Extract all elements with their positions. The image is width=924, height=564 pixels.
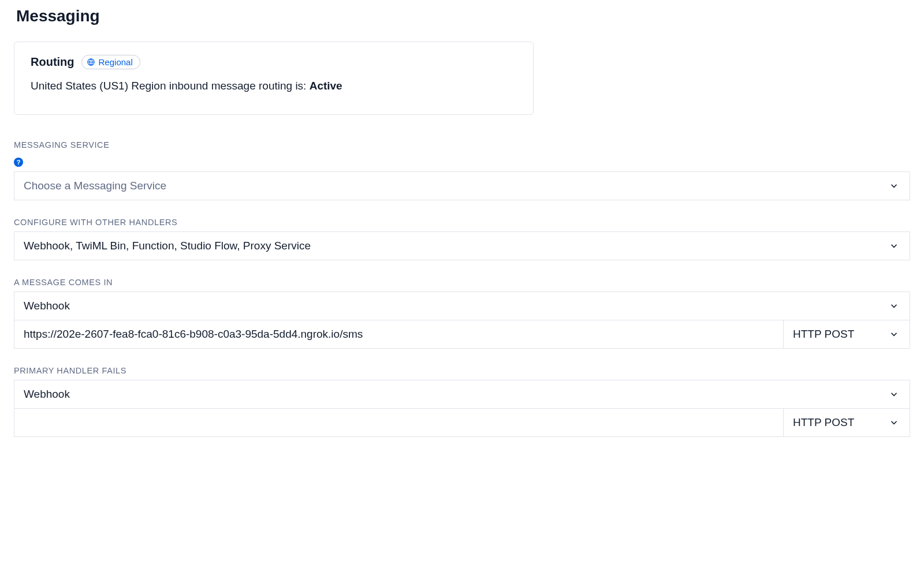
- primary-handler-fails-type-text: Webhook: [24, 388, 70, 401]
- chevron-down-icon: [889, 241, 899, 251]
- chevron-down-icon: [889, 181, 899, 191]
- messaging-service-group: MESSAGING SERVICE ? Choose a Messaging S…: [14, 140, 910, 200]
- primary-handler-fails-label: PRIMARY HANDLER FAILS: [14, 366, 910, 375]
- chevron-down-icon: [889, 389, 899, 399]
- configure-handlers-select[interactable]: Webhook, TwiML Bin, Function, Studio Flo…: [14, 231, 910, 260]
- messaging-service-label: MESSAGING SERVICE: [14, 140, 910, 150]
- help-icon[interactable]: ?: [14, 158, 23, 167]
- routing-card: Routing Regional United States (US1) Reg…: [14, 42, 534, 115]
- routing-header: Routing Regional: [31, 55, 517, 69]
- configure-handlers-label: CONFIGURE WITH OTHER HANDLERS: [14, 218, 910, 227]
- message-comes-in-url-input[interactable]: [14, 320, 783, 349]
- message-comes-in-group: A MESSAGE COMES IN Webhook HTTP POST: [14, 278, 910, 349]
- message-comes-in-method-select[interactable]: HTTP POST: [783, 320, 910, 349]
- routing-status-value: Active: [310, 80, 342, 92]
- message-comes-in-type-select[interactable]: Webhook: [14, 292, 910, 320]
- configure-handlers-select-text: Webhook, TwiML Bin, Function, Studio Flo…: [24, 240, 311, 252]
- messaging-service-select[interactable]: Choose a Messaging Service: [14, 171, 910, 200]
- primary-handler-fails-method-text: HTTP POST: [793, 416, 854, 429]
- routing-status-prefix: United States (US1) Region inbound messa…: [31, 80, 310, 92]
- messaging-service-select-text: Choose a Messaging Service: [24, 180, 166, 192]
- primary-handler-fails-type-select[interactable]: Webhook: [14, 380, 910, 409]
- configure-handlers-group: CONFIGURE WITH OTHER HANDLERS Webhook, T…: [14, 218, 910, 260]
- page-title: Messaging: [16, 7, 910, 25]
- chevron-down-icon: [889, 301, 899, 311]
- primary-handler-fails-group: PRIMARY HANDLER FAILS Webhook HTTP POST: [14, 366, 910, 437]
- primary-handler-fails-method-select[interactable]: HTTP POST: [783, 408, 910, 437]
- regional-badge[interactable]: Regional: [81, 55, 140, 69]
- globe-icon: [87, 58, 95, 66]
- regional-badge-label: Regional: [99, 57, 133, 67]
- chevron-down-icon: [889, 329, 899, 339]
- message-comes-in-label: A MESSAGE COMES IN: [14, 278, 910, 287]
- message-comes-in-type-text: Webhook: [24, 300, 70, 312]
- primary-handler-fails-url-input[interactable]: [14, 408, 783, 437]
- chevron-down-icon: [889, 417, 899, 428]
- message-comes-in-method-text: HTTP POST: [793, 328, 854, 341]
- routing-status: United States (US1) Region inbound messa…: [31, 80, 517, 92]
- routing-title: Routing: [31, 55, 74, 69]
